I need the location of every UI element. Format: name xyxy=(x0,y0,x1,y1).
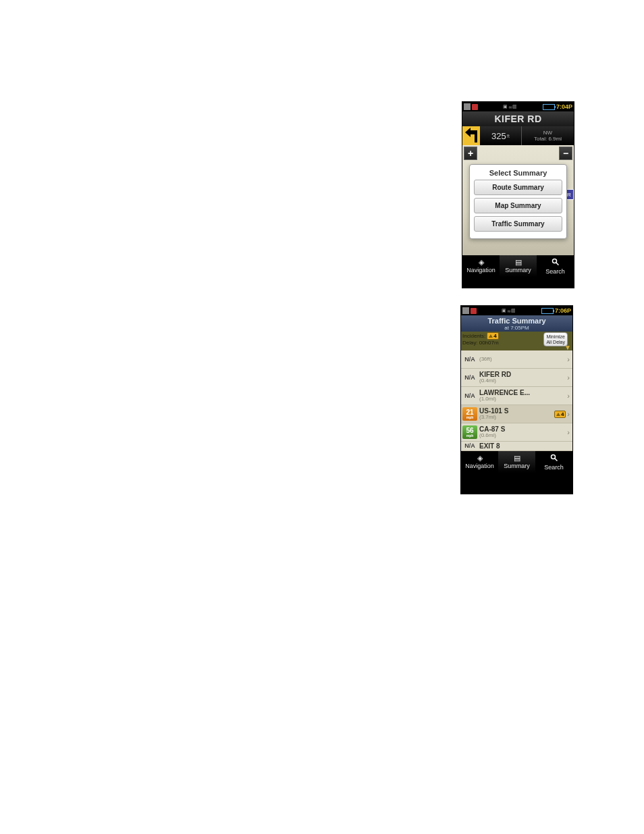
speed-badge: 21 mph xyxy=(462,407,477,421)
current-road-title: KIFER RD xyxy=(462,111,574,126)
signal-icon xyxy=(464,103,471,110)
traffic-list[interactable]: N/A (36ft) › N/A KIFER RD (0.4mi) › N/A … xyxy=(461,350,572,451)
traffic-distance: (0.6mi) xyxy=(479,433,567,439)
chevron-right-icon: › xyxy=(567,410,571,418)
status-center-icons: ▣∞▥ xyxy=(502,308,516,313)
nav-tab-label: Summary xyxy=(504,463,530,469)
incidents-label: Incidents: xyxy=(462,333,485,339)
nav-tab-search[interactable]: Search xyxy=(537,255,574,277)
zoom-in-button[interactable]: + xyxy=(464,147,477,160)
battery-icon xyxy=(541,308,554,314)
map-area[interactable]: + − R Select Summary Route Summary Map S… xyxy=(462,145,574,255)
traffic-row[interactable]: N/A KIFER RD (0.4mi) › xyxy=(461,369,572,387)
search-icon xyxy=(552,258,560,267)
chevron-right-icon: › xyxy=(567,392,571,400)
nav-info-bar: 325 ft NW Total: 6.9mi xyxy=(462,126,574,145)
incidents-count-badge: 4 xyxy=(487,332,498,340)
svg-point-0 xyxy=(552,259,556,263)
chevron-right-icon: › xyxy=(567,428,571,436)
nav-tab-summary[interactable]: ▤ Summary xyxy=(500,255,537,277)
status-red-icon xyxy=(472,104,478,110)
nav-tab-label: Search xyxy=(544,464,564,471)
distance-unit: ft xyxy=(507,133,510,139)
traffic-distance: (36ft) xyxy=(479,357,567,363)
svg-line-3 xyxy=(554,458,557,461)
select-summary-popup: Select Summary Route Summary Map Summary… xyxy=(469,164,567,239)
traffic-distance: (1.0mi) xyxy=(479,396,567,402)
status-time: 7:04P xyxy=(556,103,572,110)
traffic-distance: (3.7mi) xyxy=(479,415,554,421)
chevron-right-icon: › xyxy=(567,355,571,363)
nav-tab-navigation[interactable]: ◈ Navigation xyxy=(461,451,498,473)
traffic-row[interactable]: N/A EXIT 8 xyxy=(461,442,572,451)
nav-tab-label: Navigation xyxy=(465,463,494,469)
traffic-summary-subtitle: at 7:05PM xyxy=(461,325,572,331)
total-distance: Total: 6.9mi xyxy=(534,136,562,142)
heading-direction: NW xyxy=(543,130,552,136)
traffic-meta-bar: Incidents: 4 Delay: 00h07m Minimize All … xyxy=(461,332,572,350)
status-center-icons: ▣∞▥ xyxy=(503,104,517,109)
traffic-row[interactable]: 21 mph US-101 S (3.7mi) 4 › xyxy=(461,405,572,423)
zoom-out-button[interactable]: − xyxy=(559,147,572,160)
speed-badge: N/A xyxy=(462,353,477,366)
speed-badge: 56 mph xyxy=(462,425,477,439)
signal-icon xyxy=(462,307,469,314)
status-bar: ▣∞▥ 7:06P xyxy=(461,306,572,315)
distance-value: 325 xyxy=(491,131,506,141)
delay-value: 00h07m xyxy=(479,340,499,346)
turn-distance: 325 ft xyxy=(480,126,522,145)
bottom-nav: ◈ Navigation ▤ Summary Search xyxy=(461,451,572,473)
list-icon: ▤ xyxy=(515,259,522,266)
delay-label: Delay: xyxy=(462,340,478,346)
search-icon xyxy=(550,454,558,463)
nav-tab-label: Summary xyxy=(505,267,531,273)
traffic-row[interactable]: N/A LAWRENCE E... (1.0mi) › xyxy=(461,387,572,405)
nav-tab-label: Search xyxy=(545,268,565,275)
incident-warn-badge: 4 xyxy=(554,411,566,418)
nav-tab-navigation[interactable]: ◈ Navigation xyxy=(462,255,500,277)
diamond-icon: ◈ xyxy=(479,259,484,266)
phone-screenshot-2: ▣∞▥ 7:06P Traffic Summary at 7:05PM Inci… xyxy=(460,305,573,494)
nav-tab-search[interactable]: Search xyxy=(535,451,572,473)
chevron-right-icon: › xyxy=(567,373,571,382)
traffic-summary-title: Traffic Summary xyxy=(461,317,572,325)
nav-tab-label: Navigation xyxy=(466,267,495,273)
traffic-summary-button[interactable]: Traffic Summary xyxy=(474,216,562,232)
status-time: 7:06P xyxy=(555,307,571,314)
traffic-distance: (0.4mi) xyxy=(479,378,567,384)
speed-badge: N/A xyxy=(462,389,477,402)
traffic-row[interactable]: N/A (36ft) › xyxy=(461,350,572,369)
speed-badge: N/A xyxy=(462,442,477,451)
turn-left-icon xyxy=(462,126,480,145)
nav-tab-summary[interactable]: ▤ Summary xyxy=(498,451,535,473)
popup-title: Select Summary xyxy=(474,169,562,177)
svg-point-2 xyxy=(551,454,555,459)
bottom-nav: ◈ Navigation ▤ Summary Search xyxy=(462,255,574,277)
svg-line-1 xyxy=(556,262,558,265)
speed-badge: N/A xyxy=(462,371,477,384)
list-icon: ▤ xyxy=(514,454,520,462)
battery-icon xyxy=(543,104,555,110)
map-summary-button[interactable]: Map Summary xyxy=(474,198,562,213)
traffic-summary-header: Traffic Summary at 7:05PM xyxy=(461,315,572,332)
traffic-road: EXIT 8 xyxy=(479,442,571,450)
status-red-icon xyxy=(471,308,477,314)
diamond-icon: ◈ xyxy=(477,454,483,462)
direction-box: NW Total: 6.9mi xyxy=(522,126,574,145)
status-bar: ▣∞▥ 7:04P xyxy=(462,102,574,111)
minimize-line2: All Delay xyxy=(546,340,565,345)
traffic-row[interactable]: 56 mph CA-87 S (0.6mi) › xyxy=(461,423,572,442)
phone-screenshot-1: ▣∞▥ 7:04P KIFER RD 325 ft NW Total: 6.9m… xyxy=(462,101,574,288)
route-summary-button[interactable]: Route Summary xyxy=(474,180,562,195)
minimize-line1: Minimize xyxy=(546,334,565,340)
